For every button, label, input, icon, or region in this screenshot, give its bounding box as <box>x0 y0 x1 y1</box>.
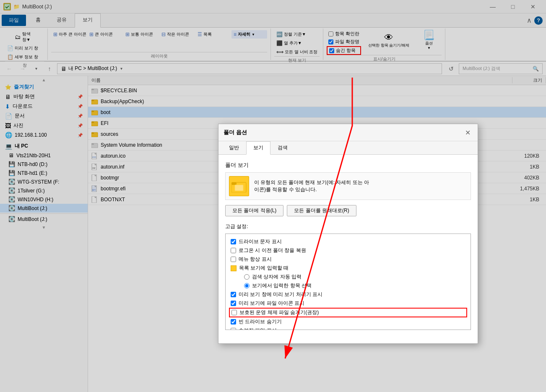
dialog-title-bar: 폴더 옵션 ✕ <box>218 124 478 141</box>
advanced-settings-list: 드라이브 문자 표시 로그온 시 이전 폴더 창을 복원 메뉴 항상 표시 목록… <box>225 234 471 330</box>
hide-empty-drives-check[interactable]: 빈 드라이브 숨기기 <box>229 317 467 326</box>
folder-inline-icon <box>231 265 237 271</box>
advanced-title: 고급 설정: <box>225 223 471 230</box>
folder-view-section: 폴더 보기 이 유형의 모든 폴더에 현재 보기(예: 자세히 또는 아 이콘)… <box>225 161 471 216</box>
dialog-tab-view[interactable]: 보기 <box>246 141 270 155</box>
preview-file-icon-check[interactable]: 미리 보기에 파일 아이콘 표시 <box>229 299 467 308</box>
preview-handler-check[interactable]: 미리 보기 창에 미리 보기 처리기 표시 <box>229 290 467 299</box>
hide-protected-os-files-check[interactable]: 보호된 운영 체제 파일 숨기기(권장) <box>229 308 467 317</box>
dialog-title: 폴더 옵션 <box>224 129 247 136</box>
folder-big-icon <box>229 176 249 196</box>
dialog-tabs: 일반 보기 검색 <box>218 141 478 155</box>
dialog-close-button[interactable]: ✕ <box>463 127 473 138</box>
show-hidden-files-check[interactable]: 숨겨진 파일 표시 <box>229 326 467 330</box>
reset-all-folders-button[interactable]: 모든 폴더를 원래대로(R) <box>287 205 356 216</box>
advanced-section: 고급 설정: 드라이브 문자 표시 로그온 시 이전 폴더 창을 복원 메뉴 항… <box>225 223 471 330</box>
folder-view-title: 폴더 보기 <box>225 161 471 169</box>
list-view-type-item: 목록 보기에 입력할 때 <box>229 264 467 273</box>
apply-all-folders-button[interactable]: 모든 폴더에 적용(L) <box>225 205 283 216</box>
svg-rect-23 <box>235 185 243 191</box>
always-show-menu-check[interactable]: 메뉴 항상 표시 <box>229 255 467 264</box>
drive-letter-check[interactable]: 드라이브 문자 표시 <box>229 237 467 246</box>
dialog-tab-search[interactable]: 검색 <box>270 141 295 154</box>
folder-view-buttons: 모든 폴더에 적용(L) 모든 폴더를 원래대로(R) <box>225 205 471 216</box>
folder-view-area: 이 유형의 모든 폴더에 현재 보기(예: 자세히 또는 아 이콘)를 적용할 … <box>225 172 471 200</box>
select-typed-item-radio[interactable]: 보기에서 입력한 항목 선택 <box>229 281 467 290</box>
dialog-body: 폴더 보기 이 유형의 모든 폴더에 현재 보기(예: 자세히 또는 아 이콘)… <box>218 155 478 343</box>
restore-prev-folders-check[interactable]: 로그온 시 이전 폴더 창을 복원 <box>229 246 467 255</box>
folder-view-description: 이 유형의 모든 폴더에 현재 보기(예: 자세히 또는 아 이콘)를 적용할 … <box>254 179 369 193</box>
dialog-tab-general[interactable]: 일반 <box>222 141 246 154</box>
folder-svg-icon <box>231 180 247 192</box>
folder-options-dialog: 폴더 옵션 ✕ 일반 보기 검색 폴더 보기 이 유형의 모든 폴더에 현재 보… <box>218 124 478 344</box>
svg-rect-22 <box>231 182 237 185</box>
auto-type-search-radio[interactable]: 검색 상자에 자동 입력 <box>229 273 467 281</box>
